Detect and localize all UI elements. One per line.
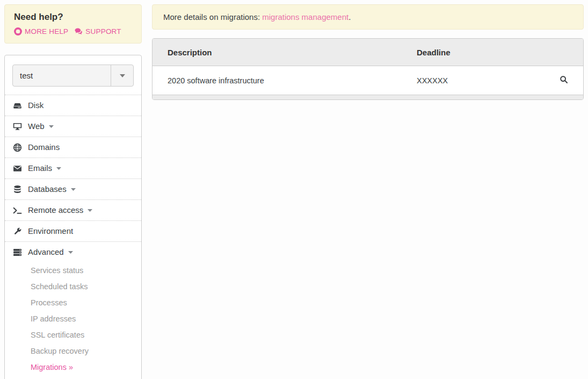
sidebar-item-databases[interactable]: Databases — [5, 178, 141, 199]
more-help-label: MORE HELP — [25, 27, 68, 35]
help-box: Need help? MORE HELP SUPPORT — [4, 4, 142, 44]
migrations-table: Description Deadline 2020 software infra… — [152, 38, 584, 100]
account-select[interactable]: test — [12, 65, 134, 87]
sidebar-item-remote-access[interactable]: Remote access — [5, 199, 141, 220]
info-banner: More details on migrations: migrations m… — [152, 4, 584, 30]
left-column: Need help? MORE HELP SUPPORT test — [4, 4, 142, 379]
sidebar-subitem-ip-addresses[interactable]: IP addresses — [5, 311, 141, 327]
more-help-link[interactable]: MORE HELP — [14, 27, 68, 35]
migrations-management-link[interactable]: migrations management — [262, 12, 349, 22]
sidebar: test Disk Web — [4, 55, 142, 379]
terminal-icon — [12, 206, 22, 215]
caret-down-icon — [88, 209, 92, 212]
table-row: 2020 software infrastructure XXXXXX — [153, 66, 583, 95]
advanced-submenu: Services status Scheduled tasks Processe… — [5, 262, 141, 375]
column-header-description: Description — [153, 48, 417, 57]
support-label: SUPPORT — [85, 27, 121, 35]
sidebar-item-label: Remote access — [28, 205, 83, 216]
desktop-icon — [12, 122, 22, 131]
life-ring-icon — [14, 27, 22, 35]
sidebar-subitem-backup-recovery[interactable]: Backup recovery — [5, 343, 141, 359]
caret-down-icon — [71, 188, 76, 191]
database-icon — [12, 185, 22, 194]
sidebar-menu: Disk Web Domains — [5, 95, 141, 262]
table-header-row: Description Deadline — [153, 39, 583, 66]
page: Need help? MORE HELP SUPPORT test — [0, 0, 588, 379]
comments-icon — [75, 27, 83, 35]
search-icon — [560, 75, 568, 85]
chevron-down-icon — [111, 65, 133, 86]
sidebar-item-web[interactable]: Web — [5, 116, 141, 137]
account-select-value: test — [13, 65, 111, 86]
cell-description: 2020 software infrastructure — [153, 76, 417, 85]
help-links: MORE HELP SUPPORT — [14, 27, 132, 35]
caret-down-icon — [68, 251, 73, 254]
sidebar-item-emails[interactable]: Emails — [5, 158, 141, 178]
sidebar-subitem-scheduled-tasks[interactable]: Scheduled tasks — [5, 278, 141, 295]
sidebar-item-disk[interactable]: Disk — [5, 95, 141, 116]
cell-deadline: XXXXXX — [417, 76, 549, 85]
sidebar-subitem-migrations[interactable]: Migrations » — [5, 359, 141, 375]
caret-down-icon — [49, 125, 54, 128]
globe-icon — [12, 143, 22, 152]
sidebar-item-label: Advanced — [28, 247, 64, 258]
sidebar-item-label: Environment — [28, 226, 73, 237]
banner-period: . — [349, 12, 351, 22]
main-content: More details on migrations: migrations m… — [152, 4, 584, 379]
sidebar-subitem-processes[interactable]: Processes — [5, 295, 141, 311]
sidebar-item-label: Domains — [28, 142, 60, 153]
banner-text: More details on migrations: — [163, 12, 262, 22]
sidebar-item-label: Databases — [28, 184, 67, 195]
caret-down-icon — [56, 167, 61, 170]
help-title: Need help? — [14, 12, 132, 23]
sidebar-item-domains[interactable]: Domains — [5, 137, 141, 158]
table-footer — [153, 95, 583, 99]
sidebar-item-advanced[interactable]: Advanced — [5, 241, 141, 262]
sidebar-item-label: Emails — [28, 163, 52, 174]
sidebar-item-label: Disk — [28, 100, 43, 111]
view-details-button[interactable] — [560, 75, 568, 85]
sidebar-item-environment[interactable]: Environment — [5, 220, 141, 241]
cell-actions — [549, 75, 583, 85]
sidebar-subitem-ssl-certificates[interactable]: SSL certificates — [5, 327, 141, 343]
sidebar-subitem-services-status[interactable]: Services status — [5, 262, 141, 278]
server-icon — [12, 248, 22, 257]
support-link[interactable]: SUPPORT — [75, 27, 121, 35]
sidebar-item-label: Web — [28, 121, 45, 132]
column-header-deadline: Deadline — [417, 48, 549, 57]
hdd-icon — [12, 101, 22, 110]
wrench-icon — [12, 227, 22, 236]
envelope-icon — [12, 164, 22, 173]
